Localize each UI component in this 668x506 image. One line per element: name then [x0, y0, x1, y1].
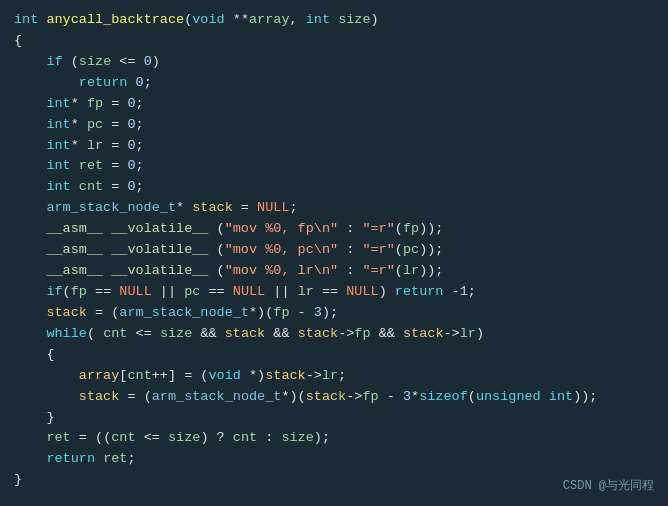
line-16: while( cnt <= size && stack && stack->fp…: [14, 324, 654, 345]
line-4: return 0;: [14, 73, 654, 94]
line-20: }: [14, 408, 654, 429]
line-12: __asm__ __volatile__ ("mov %0, pc\n" : "…: [14, 240, 654, 261]
line-3: if (size <= 0): [14, 52, 654, 73]
line-7: int* lr = 0;: [14, 136, 654, 157]
line-2: {: [14, 31, 654, 52]
line-21: ret = ((cnt <= size) ? cnt : size);: [14, 428, 654, 449]
line-14: if(fp == NULL || pc == NULL || lr == NUL…: [14, 282, 654, 303]
line-17: {: [14, 345, 654, 366]
line-6: int* pc = 0;: [14, 115, 654, 136]
line-11: __asm__ __volatile__ ("mov %0, fp\n" : "…: [14, 219, 654, 240]
code-block: int anycall_backtrace(void **array, int …: [0, 0, 668, 506]
watermark: CSDN @与光同程: [563, 477, 654, 496]
line-22: return ret;: [14, 449, 654, 470]
line-15: stack = (arm_stack_node_t*)(fp - 3);: [14, 303, 654, 324]
line-18: array[cnt++] = (void *)stack->lr;: [14, 366, 654, 387]
line-23: }: [14, 470, 654, 491]
line-13: __asm__ __volatile__ ("mov %0, lr\n" : "…: [14, 261, 654, 282]
line-9: int cnt = 0;: [14, 177, 654, 198]
line-8: int ret = 0;: [14, 156, 654, 177]
line-5: int* fp = 0;: [14, 94, 654, 115]
line-10: arm_stack_node_t* stack = NULL;: [14, 198, 654, 219]
line-19: stack = (arm_stack_node_t*)(stack->fp - …: [14, 387, 654, 408]
line-1: int anycall_backtrace(void **array, int …: [14, 10, 654, 31]
